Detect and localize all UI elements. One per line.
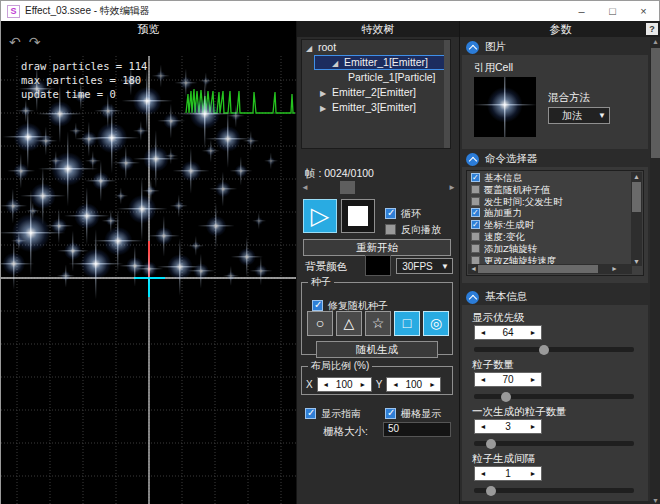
reverse-checkbox-box[interactable] (385, 224, 396, 235)
field-slider[interactable] (474, 488, 634, 493)
command-item[interactable]: 施加重力 (468, 207, 632, 219)
scroll-up-icon[interactable]: ▲ (631, 173, 642, 180)
increment-icon[interactable]: ► (525, 376, 541, 383)
play-button[interactable]: ▷ (303, 199, 337, 233)
increment-icon[interactable]: ► (525, 423, 541, 430)
increment-icon[interactable]: ► (424, 381, 440, 388)
command-item[interactable]: 基本信息 (468, 172, 632, 184)
decrement-icon[interactable]: ◄ (475, 470, 491, 477)
decrement-icon[interactable]: ◄ (475, 329, 491, 336)
blend-method-dropdown[interactable]: 加法 ▼ (548, 107, 610, 124)
scroll-up-icon[interactable]: ▲ (650, 38, 660, 45)
tree-node[interactable]: ◢Emitter_1[Emitter] (314, 55, 450, 70)
circle-shape-button[interactable]: ○ (307, 311, 333, 336)
collapse-icon[interactable] (466, 41, 479, 54)
scroll-down-icon[interactable]: ▼ (631, 258, 642, 265)
command-checkbox[interactable] (471, 220, 480, 229)
command-checkbox[interactable] (471, 185, 480, 194)
frame-slider[interactable]: ◄ ► (297, 181, 460, 194)
collapse-icon[interactable]: ◢ (306, 41, 318, 56)
x-scale-spinner[interactable]: ◄ 100 ► (317, 377, 372, 392)
command-list-hscrollbar[interactable]: ◄ ► (468, 264, 632, 274)
slider-right-arrow-icon[interactable]: ► (448, 183, 456, 192)
target-shape-button[interactable]: ◎ (423, 311, 449, 336)
field-slider-thumb[interactable] (539, 345, 549, 355)
show-grid-checkbox-box[interactable] (385, 408, 396, 419)
command-item[interactable]: 速度:变化 (468, 231, 632, 243)
command-item[interactable]: 覆盖随机种子值 (468, 184, 632, 196)
command-list-vscrollbar[interactable]: ▲ ▼ (631, 172, 642, 266)
field-slider[interactable] (474, 394, 634, 399)
redo-icon[interactable]: ↷ (29, 34, 49, 50)
decrement-icon[interactable]: ◄ (475, 376, 491, 383)
tree-node[interactable]: ▶Emitter_2[Emitter] (302, 85, 450, 100)
command-checkbox[interactable] (471, 232, 480, 241)
show-guide-checkbox[interactable]: 显示指南 (305, 403, 361, 421)
command-item[interactable]: 添加Z轴旋转 (468, 243, 632, 255)
tree-node[interactable]: Particle_1[Particle] (302, 70, 450, 85)
command-checkbox[interactable] (471, 244, 480, 253)
parameters-scrollbar[interactable]: ▲ ▼ (650, 37, 660, 504)
command-item[interactable]: 坐标:生成时 (468, 219, 632, 231)
command-section-header[interactable]: 命令选择器 (460, 151, 650, 167)
y-scale-spinner[interactable]: ◄ 100 ► (386, 377, 441, 392)
field-slider-thumb[interactable] (501, 392, 511, 402)
show-grid-checkbox[interactable]: 栅格显示 (385, 403, 441, 421)
field-spinner[interactable]: ◄3► (474, 419, 542, 434)
scroll-left-icon[interactable]: ◄ (470, 265, 477, 272)
command-checkbox[interactable] (471, 197, 480, 206)
tree-node[interactable]: ▶Emitter_3[Emitter] (302, 100, 450, 115)
minimize-button[interactable]: – (566, 1, 597, 21)
image-section-header[interactable]: 图片 (460, 39, 650, 55)
command-checkbox[interactable] (471, 208, 480, 217)
expand-icon[interactable]: ▶ (320, 101, 332, 116)
increment-icon[interactable]: ► (355, 381, 371, 388)
show-guide-checkbox-box[interactable] (305, 408, 316, 419)
undo-icon[interactable]: ↶ (9, 34, 29, 50)
command-list[interactable]: 基本信息覆盖随机种子值发生时间:父发生时施加重力坐标:生成时速度:变化添加Z轴旋… (466, 170, 644, 276)
field-spinner[interactable]: ◄1► (474, 466, 542, 481)
loop-checkbox-box[interactable] (385, 208, 396, 219)
field-spinner[interactable]: ◄64► (474, 325, 542, 340)
reverse-checkbox[interactable]: 反向播放 (385, 219, 441, 237)
stop-button[interactable] (341, 199, 375, 233)
increment-icon[interactable]: ► (525, 470, 541, 477)
field-slider[interactable] (474, 347, 634, 352)
expand-icon[interactable]: ▶ (320, 86, 332, 101)
decrement-icon[interactable]: ◄ (318, 381, 334, 388)
decrement-icon[interactable]: ◄ (387, 381, 403, 388)
field-slider[interactable] (474, 441, 634, 446)
scroll-down-icon[interactable]: ▼ (650, 497, 660, 504)
frame-slider-thumb[interactable] (340, 181, 355, 194)
parameters-scroll-thumb[interactable] (651, 48, 660, 158)
collapse-icon[interactable] (466, 291, 479, 304)
collapse-icon[interactable] (466, 153, 479, 166)
restart-button[interactable]: 重新开始 (303, 239, 451, 256)
command-item[interactable]: 发生时间:父发生时 (468, 196, 632, 208)
effect-tree[interactable]: ◢root◢Emitter_1[Emitter]Particle_1[Parti… (301, 39, 451, 149)
hscroll-thumb[interactable] (478, 265, 598, 273)
help-button[interactable]: ? (646, 23, 658, 35)
vscroll-thumb[interactable] (632, 182, 641, 212)
random-generate-button[interactable]: 随机生成 (316, 341, 438, 358)
fps-dropdown[interactable]: 30FPS ▼ (396, 258, 453, 274)
grid-size-input[interactable]: 50 (383, 422, 451, 437)
maximize-button[interactable]: □ (597, 1, 628, 21)
command-checkbox[interactable] (471, 173, 480, 182)
cell-thumbnail[interactable] (474, 77, 536, 137)
field-slider-thumb[interactable] (486, 439, 496, 449)
fix-seed-checkbox-box[interactable] (312, 300, 323, 311)
slider-left-arrow-icon[interactable]: ◄ (301, 183, 309, 192)
preview-panel[interactable]: ↶↷ 预览 draw particles = 114 max particles… (1, 21, 296, 504)
field-slider-thumb[interactable] (486, 486, 496, 496)
tree-scrollbar[interactable] (444, 40, 450, 148)
background-color-swatch[interactable] (365, 255, 391, 276)
collapse-icon[interactable]: ◢ (332, 56, 344, 71)
decrement-icon[interactable]: ◄ (475, 423, 491, 430)
close-button[interactable]: × (628, 1, 659, 21)
increment-icon[interactable]: ► (525, 329, 541, 336)
tree-node[interactable]: ◢root (302, 40, 450, 55)
field-spinner[interactable]: ◄70► (474, 372, 542, 387)
triangle-shape-button[interactable]: △ (336, 311, 362, 336)
square-shape-button[interactable]: □ (394, 311, 420, 336)
